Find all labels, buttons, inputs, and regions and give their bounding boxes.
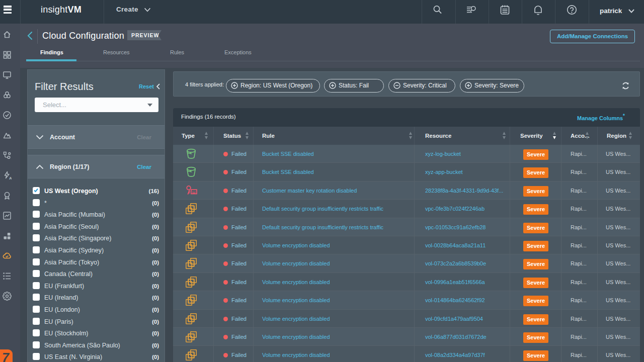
- svg-text:A: A: [9, 176, 12, 180]
